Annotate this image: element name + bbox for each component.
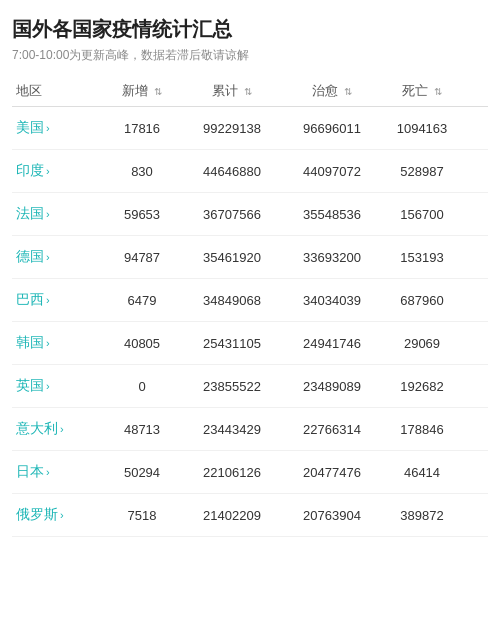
header-new[interactable]: 新增 ⇅ (102, 82, 182, 100)
country-name-5[interactable]: 韩国 (16, 334, 44, 350)
cell-recovered-6: 23489089 (282, 379, 382, 394)
country-name-8[interactable]: 日本 (16, 463, 44, 479)
cell-country-8[interactable]: 日本› (12, 463, 102, 481)
page-subtitle: 7:00-10:00为更新高峰，数据若滞后敬请谅解 (12, 47, 488, 64)
cell-deaths-3: 153193 (382, 250, 462, 265)
cell-recovered-8: 20477476 (282, 465, 382, 480)
cell-new-1: 830 (102, 164, 182, 179)
cell-total-6: 23855522 (182, 379, 282, 394)
cell-new-5: 40805 (102, 336, 182, 351)
cell-deaths-2: 156700 (382, 207, 462, 222)
page-title: 国外各国家疫情统计汇总 (12, 16, 488, 43)
table-row[interactable]: 日本› 50294 22106126 20477476 46414 (12, 451, 488, 494)
table-row[interactable]: 韩国› 40805 25431105 24941746 29069 (12, 322, 488, 365)
arrow-icon-4: › (46, 294, 50, 306)
cell-new-8: 50294 (102, 465, 182, 480)
table-row[interactable]: 美国› 17816 99229138 96696011 1094163 (12, 107, 488, 150)
cell-country-0[interactable]: 美国› (12, 119, 102, 137)
cell-deaths-9: 389872 (382, 508, 462, 523)
cell-deaths-4: 687960 (382, 293, 462, 308)
page-container: 国外各国家疫情统计汇总 7:00-10:00为更新高峰，数据若滞后敬请谅解 地区… (0, 0, 500, 545)
cell-recovered-3: 33693200 (282, 250, 382, 265)
sort-icon-total: ⇅ (244, 86, 252, 97)
cell-country-6[interactable]: 英国› (12, 377, 102, 395)
cell-recovered-5: 24941746 (282, 336, 382, 351)
cell-new-7: 48713 (102, 422, 182, 437)
cell-total-7: 23443429 (182, 422, 282, 437)
cell-deaths-1: 528987 (382, 164, 462, 179)
cell-new-9: 7518 (102, 508, 182, 523)
table-row[interactable]: 意大利› 48713 23443429 22766314 178846 (12, 408, 488, 451)
cell-country-2[interactable]: 法国› (12, 205, 102, 223)
header-recovered[interactable]: 治愈 ⇅ (282, 82, 382, 100)
sort-icon-new: ⇅ (154, 86, 162, 97)
cell-recovered-7: 22766314 (282, 422, 382, 437)
cell-new-2: 59653 (102, 207, 182, 222)
header-deaths[interactable]: 死亡 ⇅ (382, 82, 462, 100)
country-name-1[interactable]: 印度 (16, 162, 44, 178)
cell-country-4[interactable]: 巴西› (12, 291, 102, 309)
table-row[interactable]: 巴西› 6479 34849068 34034039 687960 (12, 279, 488, 322)
arrow-icon-9: › (60, 509, 64, 521)
cell-country-9[interactable]: 俄罗斯› (12, 506, 102, 524)
cell-total-9: 21402209 (182, 508, 282, 523)
arrow-icon-3: › (46, 251, 50, 263)
arrow-icon-2: › (46, 208, 50, 220)
country-name-3[interactable]: 德国 (16, 248, 44, 264)
cell-recovered-0: 96696011 (282, 121, 382, 136)
cell-deaths-0: 1094163 (382, 121, 462, 136)
cell-country-3[interactable]: 德国› (12, 248, 102, 266)
country-name-9[interactable]: 俄罗斯 (16, 506, 58, 522)
table-header: 地区 新增 ⇅ 累计 ⇅ 治愈 ⇅ 死亡 ⇅ (12, 76, 488, 107)
cell-new-3: 94787 (102, 250, 182, 265)
cell-total-5: 25431105 (182, 336, 282, 351)
cell-total-0: 99229138 (182, 121, 282, 136)
table-row[interactable]: 俄罗斯› 7518 21402209 20763904 389872 (12, 494, 488, 537)
cell-recovered-1: 44097072 (282, 164, 382, 179)
cell-new-0: 17816 (102, 121, 182, 136)
cell-deaths-7: 178846 (382, 422, 462, 437)
cell-deaths-8: 46414 (382, 465, 462, 480)
cell-country-7[interactable]: 意大利› (12, 420, 102, 438)
cell-recovered-4: 34034039 (282, 293, 382, 308)
cell-total-8: 22106126 (182, 465, 282, 480)
cell-new-6: 0 (102, 379, 182, 394)
arrow-icon-8: › (46, 466, 50, 478)
cell-total-3: 35461920 (182, 250, 282, 265)
arrow-icon-7: › (60, 423, 64, 435)
cell-country-5[interactable]: 韩国› (12, 334, 102, 352)
sort-icon-recovered: ⇅ (344, 86, 352, 97)
table-row[interactable]: 法国› 59653 36707566 35548536 156700 (12, 193, 488, 236)
table-body: 美国› 17816 99229138 96696011 1094163 印度› … (12, 107, 488, 537)
country-name-2[interactable]: 法国 (16, 205, 44, 221)
cell-recovered-9: 20763904 (282, 508, 382, 523)
arrow-icon-0: › (46, 122, 50, 134)
table-row[interactable]: 德国› 94787 35461920 33693200 153193 (12, 236, 488, 279)
cell-country-1[interactable]: 印度› (12, 162, 102, 180)
table-row[interactable]: 英国› 0 23855522 23489089 192682 (12, 365, 488, 408)
country-name-0[interactable]: 美国 (16, 119, 44, 135)
header-region: 地区 (12, 82, 102, 100)
table-row[interactable]: 印度› 830 44646880 44097072 528987 (12, 150, 488, 193)
arrow-icon-5: › (46, 337, 50, 349)
country-name-7[interactable]: 意大利 (16, 420, 58, 436)
cell-new-4: 6479 (102, 293, 182, 308)
cell-deaths-6: 192682 (382, 379, 462, 394)
cell-deaths-5: 29069 (382, 336, 462, 351)
country-name-6[interactable]: 英国 (16, 377, 44, 393)
sort-icon-deaths: ⇅ (434, 86, 442, 97)
cell-total-4: 34849068 (182, 293, 282, 308)
cell-recovered-2: 35548536 (282, 207, 382, 222)
arrow-icon-6: › (46, 380, 50, 392)
country-name-4[interactable]: 巴西 (16, 291, 44, 307)
arrow-icon-1: › (46, 165, 50, 177)
header-total[interactable]: 累计 ⇅ (182, 82, 282, 100)
cell-total-2: 36707566 (182, 207, 282, 222)
cell-total-1: 44646880 (182, 164, 282, 179)
